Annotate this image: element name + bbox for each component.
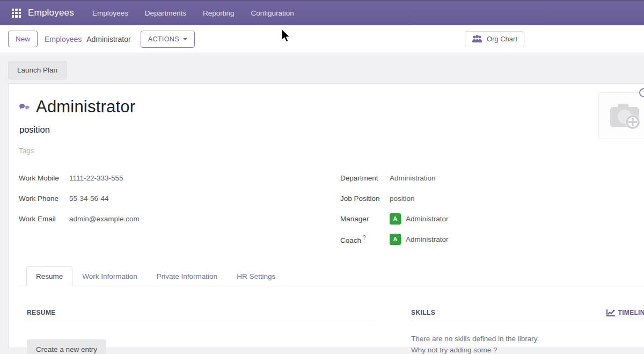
coach-value[interactable]: Administrator xyxy=(406,235,449,243)
field-work-mobile: Work Mobile 1111-22-333-555 xyxy=(19,168,340,188)
employee-photo-placeholder[interactable] xyxy=(598,92,644,139)
field-manager: Manager A Administrator xyxy=(340,208,449,229)
breadcrumb-link-employees[interactable]: Employees xyxy=(45,35,82,44)
work-phone-label: Work Phone xyxy=(19,194,69,203)
job-position-value[interactable]: position xyxy=(390,194,415,203)
create-new-entry-button[interactable]: Create a new entry xyxy=(27,339,106,354)
work-email-label: Work Email xyxy=(19,215,69,223)
nav-item-reporting[interactable]: Reporting xyxy=(203,9,235,17)
department-value[interactable]: Administration xyxy=(390,174,436,182)
work-email-value[interactable]: admin@example.com xyxy=(69,215,140,223)
breadcrumb: Employees Administrator xyxy=(45,35,131,44)
actions-label: ACTIONS xyxy=(148,35,179,43)
tab-private-information[interactable]: Private Information xyxy=(147,266,227,286)
skills-section-title: SKILLS xyxy=(411,309,435,316)
coach-help-icon[interactable]: ? xyxy=(363,234,366,241)
work-mobile-value[interactable]: 1111-22-333-555 xyxy=(69,174,123,182)
nav-item-configuration[interactable]: Configuration xyxy=(251,9,294,17)
control-panel: New Employees Administrator ACTIONS Org … xyxy=(0,25,644,53)
work-mobile-label: Work Mobile xyxy=(19,174,69,182)
tab-hr-settings[interactable]: HR Settings xyxy=(227,266,285,286)
work-phone-value[interactable]: 55-34-56-44 xyxy=(69,194,109,203)
new-button[interactable]: New xyxy=(8,31,38,47)
skills-empty-message: There are no skills defined in the libra… xyxy=(411,333,644,354)
timeline-label: TIMELINE xyxy=(618,309,644,316)
breadcrumb-current: Administrator xyxy=(86,35,130,44)
employee-job-title[interactable]: position xyxy=(19,125,644,135)
resume-tab-content: RESUME Create a new entry SKILLS xyxy=(19,286,644,354)
field-coach: Coach? A Administrator xyxy=(340,229,449,249)
manager-avatar: A xyxy=(390,213,401,225)
nav-item-employees[interactable]: Employees xyxy=(92,9,128,17)
chat-bubbles-icon xyxy=(19,103,30,112)
coach-label: Coach? xyxy=(340,234,390,244)
field-work-phone: Work Phone 55-34-56-44 xyxy=(19,188,340,208)
department-label: Department xyxy=(340,174,390,182)
employee-name-title[interactable]: Administrator xyxy=(36,97,135,117)
resume-section-title: RESUME xyxy=(27,309,56,316)
notebook-tabs: Resume Work Information Private Informat… xyxy=(19,266,644,286)
field-work-email: Work Email admin@example.com xyxy=(19,208,340,229)
timeline-chart-icon xyxy=(606,309,615,316)
org-chart-people-icon xyxy=(472,35,482,44)
top-navbar: Employees Employees Departments Reportin… xyxy=(0,0,644,25)
manager-value[interactable]: Administrator xyxy=(406,215,449,223)
tab-resume[interactable]: Resume xyxy=(26,266,72,286)
form-view-area: Launch Plan Administrator position Tags xyxy=(0,53,644,354)
manager-label: Manager xyxy=(340,215,390,223)
tab-work-information[interactable]: Work Information xyxy=(72,266,147,286)
org-chart-button[interactable]: Org Chart xyxy=(465,31,524,47)
timeline-link[interactable]: TIMELINE xyxy=(606,309,644,316)
tags-input[interactable]: Tags xyxy=(19,147,644,155)
chevron-down-icon xyxy=(183,38,187,40)
launch-plan-button[interactable]: Launch Plan xyxy=(8,61,67,80)
resume-column: RESUME Create a new entry xyxy=(27,309,377,354)
apps-grid-icon[interactable] xyxy=(12,9,21,18)
actions-dropdown-button[interactable]: ACTIONS xyxy=(141,31,195,48)
employee-form-sheet: Administrator position Tags Work Mobile … xyxy=(8,83,644,348)
field-job-position: Job Position position xyxy=(340,188,449,208)
nav-item-departments[interactable]: Departments xyxy=(145,9,186,17)
app-brand-title[interactable]: Employees xyxy=(28,8,74,18)
skills-column: SKILLS TIMELINE There are no skills defi… xyxy=(411,309,644,354)
field-department: Department Administration xyxy=(340,168,449,188)
org-chart-label: Org Chart xyxy=(487,35,517,43)
job-position-label: Job Position xyxy=(340,194,390,203)
employee-fields: Work Mobile 1111-22-333-555 Work Phone 5… xyxy=(19,168,644,249)
camera-add-icon xyxy=(609,102,644,131)
coach-avatar: A xyxy=(390,234,401,245)
